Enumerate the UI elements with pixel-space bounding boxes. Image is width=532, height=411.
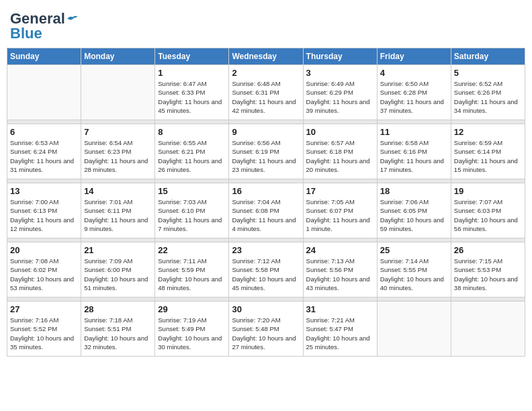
logo-blue-text: Blue xyxy=(10,25,42,42)
day-info: Sunrise: 7:04 AM Sunset: 6:08 PM Dayligh… xyxy=(232,197,300,233)
column-header-monday: Monday xyxy=(81,48,155,65)
calendar-cell: 4Sunrise: 6:50 AM Sunset: 6:28 PM Daylig… xyxy=(377,65,451,120)
logo: General Blue xyxy=(10,10,79,42)
calendar-cell: 24Sunrise: 7:13 AM Sunset: 5:56 PM Dayli… xyxy=(303,242,377,298)
column-header-tuesday: Tuesday xyxy=(155,48,229,65)
calendar-cell: 25Sunrise: 7:14 AM Sunset: 5:55 PM Dayli… xyxy=(377,242,451,298)
day-number: 4 xyxy=(380,68,448,78)
day-number: 31 xyxy=(306,304,374,314)
day-number: 12 xyxy=(454,127,522,137)
logo-bird-icon xyxy=(66,14,79,24)
calendar-cell: 11Sunrise: 6:58 AM Sunset: 6:16 PM Dayli… xyxy=(377,124,451,179)
day-info: Sunrise: 7:03 AM Sunset: 6:10 PM Dayligh… xyxy=(158,197,226,233)
calendar-week-2: 6Sunrise: 6:53 AM Sunset: 6:24 PM Daylig… xyxy=(7,124,525,179)
day-info: Sunrise: 7:08 AM Sunset: 6:02 PM Dayligh… xyxy=(10,257,78,292)
day-number: 29 xyxy=(158,304,226,314)
day-info: Sunrise: 7:12 AM Sunset: 5:58 PM Dayligh… xyxy=(232,257,300,292)
day-info: Sunrise: 7:18 AM Sunset: 5:51 PM Dayligh… xyxy=(84,316,152,351)
day-number: 8 xyxy=(158,127,226,137)
column-header-sunday: Sunday xyxy=(7,48,81,65)
day-number: 3 xyxy=(306,68,374,78)
day-number: 11 xyxy=(380,127,448,137)
column-header-wednesday: Wednesday xyxy=(229,48,303,65)
day-info: Sunrise: 6:50 AM Sunset: 6:28 PM Dayligh… xyxy=(380,79,448,115)
day-number: 5 xyxy=(454,68,522,78)
calendar-header-row: SundayMondayTuesdayWednesdayThursdayFrid… xyxy=(7,48,525,65)
calendar-cell: 21Sunrise: 7:09 AM Sunset: 6:00 PM Dayli… xyxy=(81,242,155,298)
day-info: Sunrise: 7:13 AM Sunset: 5:56 PM Dayligh… xyxy=(306,257,374,292)
calendar-cell: 8Sunrise: 6:55 AM Sunset: 6:21 PM Daylig… xyxy=(155,124,229,179)
calendar-cell: 30Sunrise: 7:20 AM Sunset: 5:48 PM Dayli… xyxy=(229,302,303,357)
calendar-cell: 13Sunrise: 7:00 AM Sunset: 6:13 PM Dayli… xyxy=(7,183,81,238)
day-info: Sunrise: 6:58 AM Sunset: 6:16 PM Dayligh… xyxy=(380,138,448,174)
day-number: 6 xyxy=(10,127,78,137)
day-info: Sunrise: 6:48 AM Sunset: 6:31 PM Dayligh… xyxy=(232,79,300,115)
day-number: 1 xyxy=(158,68,226,78)
calendar-table: SundayMondayTuesdayWednesdayThursdayFrid… xyxy=(7,48,525,357)
calendar-cell xyxy=(451,302,525,357)
day-info: Sunrise: 7:11 AM Sunset: 5:59 PM Dayligh… xyxy=(158,257,226,292)
calendar-week-5: 27Sunrise: 7:16 AM Sunset: 5:52 PM Dayli… xyxy=(7,302,525,357)
day-number: 13 xyxy=(10,186,78,196)
day-info: Sunrise: 6:56 AM Sunset: 6:19 PM Dayligh… xyxy=(232,138,300,174)
calendar-cell: 22Sunrise: 7:11 AM Sunset: 5:59 PM Dayli… xyxy=(155,242,229,298)
calendar-cell: 10Sunrise: 6:57 AM Sunset: 6:18 PM Dayli… xyxy=(303,124,377,179)
day-info: Sunrise: 7:21 AM Sunset: 5:47 PM Dayligh… xyxy=(306,316,374,351)
calendar-cell: 16Sunrise: 7:04 AM Sunset: 6:08 PM Dayli… xyxy=(229,183,303,238)
day-number: 23 xyxy=(232,245,300,255)
calendar-cell xyxy=(377,302,451,357)
calendar-cell: 31Sunrise: 7:21 AM Sunset: 5:47 PM Dayli… xyxy=(303,302,377,357)
calendar-cell: 15Sunrise: 7:03 AM Sunset: 6:10 PM Dayli… xyxy=(155,183,229,238)
day-info: Sunrise: 7:00 AM Sunset: 6:13 PM Dayligh… xyxy=(10,197,78,233)
day-info: Sunrise: 6:47 AM Sunset: 6:33 PM Dayligh… xyxy=(158,79,226,115)
day-number: 25 xyxy=(380,245,448,255)
calendar-cell: 28Sunrise: 7:18 AM Sunset: 5:51 PM Dayli… xyxy=(81,302,155,357)
calendar-cell: 9Sunrise: 6:56 AM Sunset: 6:19 PM Daylig… xyxy=(229,124,303,179)
day-info: Sunrise: 7:06 AM Sunset: 6:05 PM Dayligh… xyxy=(380,197,448,233)
day-info: Sunrise: 7:01 AM Sunset: 6:11 PM Dayligh… xyxy=(84,197,152,233)
day-number: 27 xyxy=(10,304,78,314)
day-number: 7 xyxy=(84,127,152,137)
calendar-cell: 29Sunrise: 7:19 AM Sunset: 5:49 PM Dayli… xyxy=(155,302,229,357)
day-info: Sunrise: 6:55 AM Sunset: 6:21 PM Dayligh… xyxy=(158,138,226,174)
calendar-cell: 7Sunrise: 6:54 AM Sunset: 6:23 PM Daylig… xyxy=(81,124,155,179)
calendar-cell: 17Sunrise: 7:05 AM Sunset: 6:07 PM Dayli… xyxy=(303,183,377,238)
day-info: Sunrise: 6:53 AM Sunset: 6:24 PM Dayligh… xyxy=(10,138,78,174)
calendar-cell: 1Sunrise: 6:47 AM Sunset: 6:33 PM Daylig… xyxy=(155,65,229,120)
day-number: 21 xyxy=(84,245,152,255)
calendar-cell: 18Sunrise: 7:06 AM Sunset: 6:05 PM Dayli… xyxy=(377,183,451,238)
calendar-cell xyxy=(7,65,81,120)
day-info: Sunrise: 6:54 AM Sunset: 6:23 PM Dayligh… xyxy=(84,138,152,174)
calendar-cell: 26Sunrise: 7:15 AM Sunset: 5:53 PM Dayli… xyxy=(451,242,525,298)
day-number: 24 xyxy=(306,245,374,255)
calendar-cell: 27Sunrise: 7:16 AM Sunset: 5:52 PM Dayli… xyxy=(7,302,81,357)
calendar-week-1: 1Sunrise: 6:47 AM Sunset: 6:33 PM Daylig… xyxy=(7,65,525,120)
column-header-thursday: Thursday xyxy=(303,48,377,65)
day-info: Sunrise: 7:16 AM Sunset: 5:52 PM Dayligh… xyxy=(10,316,78,351)
calendar-cell: 2Sunrise: 6:48 AM Sunset: 6:31 PM Daylig… xyxy=(229,65,303,120)
day-info: Sunrise: 7:19 AM Sunset: 5:49 PM Dayligh… xyxy=(158,316,226,351)
day-info: Sunrise: 6:57 AM Sunset: 6:18 PM Dayligh… xyxy=(306,138,374,174)
column-header-saturday: Saturday xyxy=(451,48,525,65)
day-info: Sunrise: 7:20 AM Sunset: 5:48 PM Dayligh… xyxy=(232,316,300,351)
calendar-cell xyxy=(81,65,155,120)
column-header-friday: Friday xyxy=(377,48,451,65)
calendar-cell: 20Sunrise: 7:08 AM Sunset: 6:02 PM Dayli… xyxy=(7,242,81,298)
calendar-week-4: 20Sunrise: 7:08 AM Sunset: 6:02 PM Dayli… xyxy=(7,242,525,298)
calendar-cell: 23Sunrise: 7:12 AM Sunset: 5:58 PM Dayli… xyxy=(229,242,303,298)
day-number: 16 xyxy=(232,186,300,196)
day-info: Sunrise: 7:14 AM Sunset: 5:55 PM Dayligh… xyxy=(380,257,448,292)
day-number: 22 xyxy=(158,245,226,255)
day-info: Sunrise: 6:59 AM Sunset: 6:14 PM Dayligh… xyxy=(454,138,522,174)
day-number: 26 xyxy=(454,245,522,255)
day-number: 14 xyxy=(84,186,152,196)
calendar-cell: 3Sunrise: 6:49 AM Sunset: 6:29 PM Daylig… xyxy=(303,65,377,120)
day-info: Sunrise: 7:15 AM Sunset: 5:53 PM Dayligh… xyxy=(454,257,522,292)
day-info: Sunrise: 7:05 AM Sunset: 6:07 PM Dayligh… xyxy=(306,197,374,233)
day-number: 2 xyxy=(232,68,300,78)
day-number: 20 xyxy=(10,245,78,255)
calendar-cell: 19Sunrise: 7:07 AM Sunset: 6:03 PM Dayli… xyxy=(451,183,525,238)
calendar-cell: 14Sunrise: 7:01 AM Sunset: 6:11 PM Dayli… xyxy=(81,183,155,238)
day-number: 10 xyxy=(306,127,374,137)
page-header: General Blue xyxy=(7,7,525,42)
